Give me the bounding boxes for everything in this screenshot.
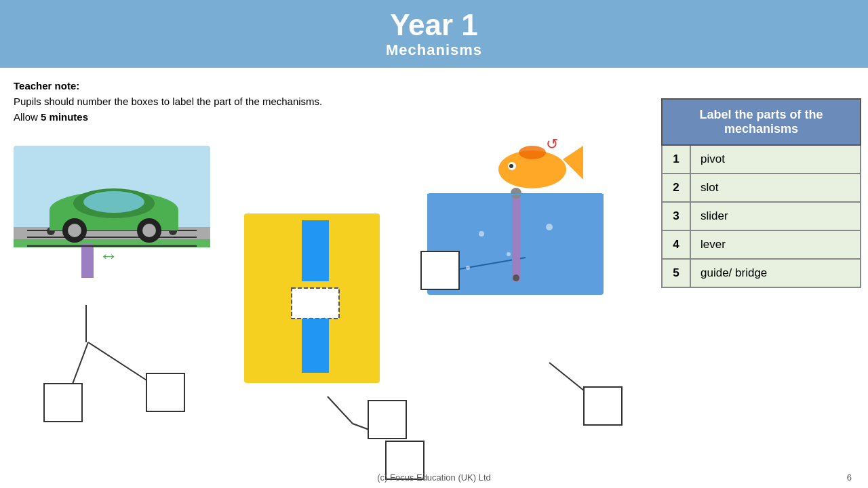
header-subtitle: Mechanisms bbox=[386, 41, 482, 59]
table-cell-num: 5 bbox=[662, 259, 690, 287]
label-box-2 bbox=[146, 373, 185, 412]
teacher-note-body: Pupils should number the boxes to label … bbox=[14, 96, 644, 107]
table-cell-word: pivot bbox=[690, 145, 861, 174]
teacher-note-heading: Teacher note: bbox=[14, 80, 644, 92]
illustrations-area: ↔ bbox=[14, 132, 624, 430]
svg-point-32 bbox=[546, 224, 553, 230]
table-cell-word: slot bbox=[690, 174, 861, 202]
svg-text:↺: ↺ bbox=[546, 136, 558, 152]
table-cell-num: 4 bbox=[662, 230, 690, 259]
svg-rect-22 bbox=[81, 244, 94, 278]
right-panel: Label the parts of the mechanisms 1pivot… bbox=[658, 68, 868, 488]
page-header: Year 1 Mechanisms bbox=[0, 0, 868, 68]
svg-point-21 bbox=[142, 224, 156, 237]
svg-point-31 bbox=[507, 252, 511, 256]
label-box-3 bbox=[368, 400, 407, 439]
svg-point-33 bbox=[466, 266, 470, 270]
svg-rect-34 bbox=[512, 193, 520, 281]
svg-rect-26 bbox=[302, 220, 329, 281]
allow-text: Allow 5 minutes bbox=[14, 111, 644, 123]
page-number: 6 bbox=[847, 472, 852, 483]
table-row: 2slot bbox=[662, 174, 861, 202]
svg-point-30 bbox=[479, 231, 484, 237]
table-cell-word: slider bbox=[690, 202, 861, 230]
car-illustration: ↔ bbox=[14, 146, 210, 281]
slider-illustration bbox=[237, 214, 400, 403]
svg-rect-28 bbox=[302, 319, 329, 373]
table-row: 3slider bbox=[662, 202, 861, 230]
left-panel: Teacher note: Pupils should number the b… bbox=[0, 68, 658, 488]
label-box-6 bbox=[583, 386, 623, 426]
table-heading: Label the parts of the mechanisms bbox=[662, 99, 861, 145]
label-box-1 bbox=[43, 383, 83, 422]
svg-point-43 bbox=[513, 274, 519, 281]
svg-point-39 bbox=[509, 164, 513, 168]
table-cell-word: lever bbox=[690, 230, 861, 259]
main-content: Teacher note: Pupils should number the b… bbox=[0, 68, 868, 488]
table-cell-num: 2 bbox=[662, 174, 690, 202]
table-cell-word: guide/ bridge bbox=[690, 259, 861, 287]
table-cell-num: 3 bbox=[662, 202, 690, 230]
svg-marker-37 bbox=[563, 146, 583, 180]
svg-point-35 bbox=[511, 188, 521, 199]
svg-point-19 bbox=[68, 224, 81, 237]
copyright-text: (c) Focus Education (UK) Ltd bbox=[377, 472, 491, 483]
label-table: Label the parts of the mechanisms 1pivot… bbox=[661, 98, 861, 288]
header-title: Year 1 bbox=[390, 9, 478, 41]
svg-rect-27 bbox=[292, 288, 339, 319]
table-row: 1pivot bbox=[662, 145, 861, 174]
page-footer: (c) Focus Education (UK) Ltd 6 bbox=[0, 472, 868, 483]
svg-point-40 bbox=[519, 146, 546, 159]
table-cell-num: 1 bbox=[662, 145, 690, 174]
svg-text:↔: ↔ bbox=[99, 245, 118, 266]
label-box-5 bbox=[420, 251, 460, 290]
table-row: 4lever bbox=[662, 230, 861, 259]
svg-point-17 bbox=[83, 191, 144, 213]
table-row: 5guide/ bridge bbox=[662, 259, 861, 287]
